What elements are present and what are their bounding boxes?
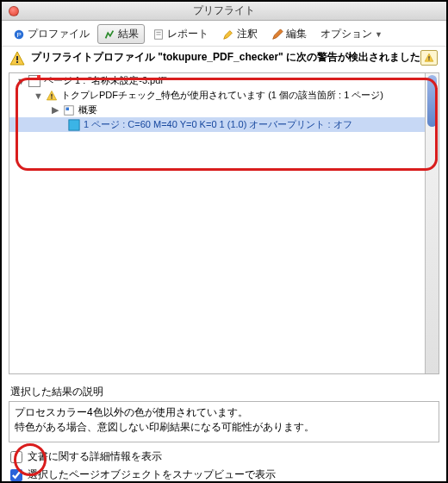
- overview-icon: [63, 104, 75, 116]
- svg-text:P: P: [16, 30, 21, 38]
- tab-profile[interactable]: P プロファイル: [7, 24, 96, 44]
- results-tree: ▼ ページ 1 : "名称未設定-3.pdf" ▼ トクプレPDFチェック_特色…: [9, 72, 439, 374]
- tree-page-label: ページ 1 : "名称未設定-3.pdf": [44, 74, 166, 87]
- result-icon: [103, 28, 115, 41]
- chevron-down-icon: ▼: [375, 30, 383, 39]
- tab-option[interactable]: オプション ▼: [314, 24, 389, 44]
- scrollbar[interactable]: [425, 73, 439, 373]
- svg-rect-5: [16, 56, 18, 60]
- svg-rect-6: [16, 61, 18, 63]
- tree-warning-label: トクプレPDFチェック_特色が使用されています (1 個の該当箇所 : 1 ペー…: [61, 89, 383, 102]
- tree-overview-node[interactable]: ▶ 概要: [9, 103, 439, 117]
- tree-detail-label: 1 ページ : C=60 M=40 Y=0 K=0 1 (1.0) オーバープリ…: [84, 118, 352, 131]
- edit-icon: [271, 28, 283, 41]
- report-icon: [152, 28, 165, 41]
- titlebar: プリフライト: [2, 2, 446, 21]
- tree-overview-label: 概要: [78, 104, 97, 116]
- summary-row: プリフライトプロファイル "tokupure_PDF_checker" に次の警…: [2, 47, 446, 72]
- tab-annotation-label: 注釈: [237, 27, 258, 41]
- tab-profile-label: プロファイル: [28, 27, 90, 41]
- check-doc-info-box[interactable]: [10, 451, 22, 463]
- tab-report[interactable]: レポート: [146, 24, 215, 44]
- tree-warning-node[interactable]: ▼ トクプレPDFチェック_特色が使用されています (1 個の該当箇所 : 1 …: [9, 88, 439, 103]
- svg-rect-12: [66, 107, 70, 110]
- tree-page-node[interactable]: ▼ ページ 1 : "名称未設定-3.pdf": [9, 73, 439, 88]
- warning-filter-button[interactable]: [420, 50, 438, 66]
- tab-edit-label: 編集: [286, 27, 307, 41]
- warning-icon-small: [424, 53, 434, 63]
- warning-icon: [9, 50, 26, 67]
- tree-detail-node[interactable]: 1 ページ : C=60 M=40 Y=0 K=0 1 (1.0) オーバープリ…: [9, 117, 439, 132]
- scroll-thumb[interactable]: [427, 75, 437, 127]
- tab-result[interactable]: 結果: [97, 24, 145, 44]
- chevron-down-icon[interactable]: ▼: [16, 76, 25, 86]
- checks-panel: 文書に関する詳細情報を表示 選択したページオブジェクトをスナップビューで表示: [2, 442, 446, 483]
- window-title: プリフライト: [2, 3, 446, 18]
- svg-rect-13: [69, 119, 79, 129]
- tab-report-label: レポート: [167, 27, 208, 41]
- check-snap-view-label: 選択したページオブジェクトをスナップビューで表示: [28, 467, 276, 482]
- check-doc-info-label: 文書に関する詳細情報を表示: [28, 449, 162, 464]
- page-icon: [28, 75, 40, 87]
- chevron-right-icon[interactable]: ▶: [51, 104, 59, 116]
- toolbar: P プロファイル 結果 レポート 注釈 編集 オプション ▼: [2, 21, 446, 47]
- check-snap-view-box[interactable]: [10, 469, 22, 481]
- svg-rect-10: [51, 97, 52, 98]
- annotation-icon: [222, 28, 234, 41]
- explain-box: プロセスカラー4色以外の色が使用されています。 特色がある場合、意図しない印刷結…: [9, 401, 439, 442]
- profile-icon: P: [13, 28, 25, 41]
- tab-annotation[interactable]: 注釈: [216, 24, 264, 44]
- warning-icon: [46, 90, 58, 102]
- check-doc-info[interactable]: 文書に関する詳細情報を表示: [10, 449, 438, 464]
- tab-option-label: オプション: [320, 27, 372, 41]
- svg-rect-7: [428, 56, 429, 59]
- color-patch-icon: [68, 119, 80, 131]
- tab-edit[interactable]: 編集: [265, 24, 313, 44]
- explain-line2: 特色がある場合、意図しない印刷結果になる可能性があります。: [15, 420, 433, 435]
- tab-result-label: 結果: [118, 27, 139, 41]
- svg-rect-9: [51, 93, 52, 97]
- summary-text: プリフライトプロファイル "tokupure_PDF_checker" に次の警…: [31, 50, 426, 64]
- chevron-down-icon[interactable]: ▼: [34, 91, 42, 101]
- explain-line1: プロセスカラー4色以外の色が使用されています。: [15, 405, 433, 420]
- svg-rect-8: [428, 60, 429, 60]
- check-snap-view[interactable]: 選択したページオブジェクトをスナップビューで表示: [10, 467, 438, 482]
- explain-label: 選択した結果の説明: [2, 380, 446, 401]
